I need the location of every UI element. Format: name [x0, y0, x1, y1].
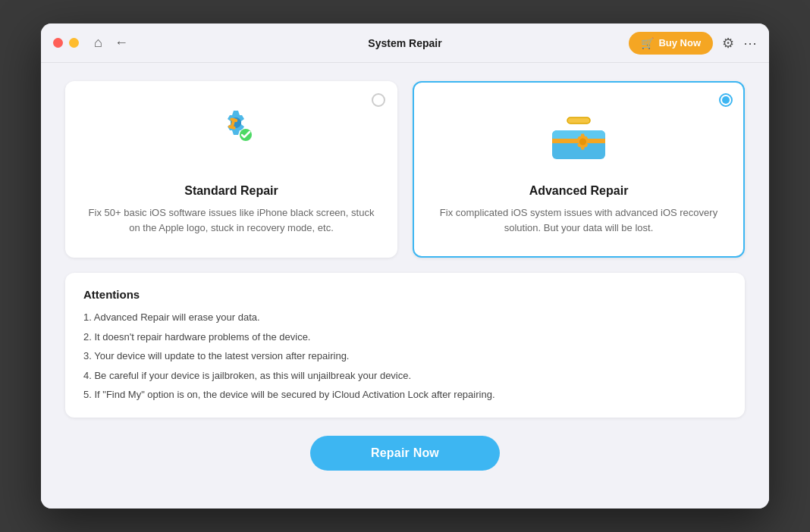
- repair-button-row: Repair Now: [65, 433, 745, 474]
- attention-item-5: 5. If "Find My" option is on, the device…: [83, 387, 727, 402]
- cart-icon: 🛒: [641, 37, 654, 49]
- advanced-repair-card[interactable]: Advanced Repair Fix complicated iOS syst…: [413, 81, 745, 258]
- standard-repair-title: Standard Repair: [184, 184, 278, 198]
- attentions-list: 1. Advanced Repair will erase your data.…: [83, 310, 727, 402]
- repair-cards-row: Standard Repair Fix 50+ basic iOS softwa…: [65, 81, 745, 258]
- standard-repair-card[interactable]: Standard Repair Fix 50+ basic iOS softwa…: [65, 81, 397, 258]
- minimize-button[interactable]: [69, 38, 79, 48]
- svg-rect-6: [567, 117, 590, 124]
- attention-item-2: 2. It doesn't repair hardware problems o…: [83, 330, 727, 345]
- main-content: Standard Repair Fix 50+ basic iOS softwa…: [41, 63, 769, 509]
- close-button[interactable]: [53, 38, 63, 48]
- repair-now-button[interactable]: Repair Now: [310, 436, 500, 471]
- back-icon[interactable]: ←: [115, 35, 128, 51]
- titlebar-right: 🛒 Buy Now ⚙ ⋯: [629, 32, 757, 55]
- standard-radio[interactable]: [372, 93, 385, 107]
- attention-item-4: 4. Be careful if your device is jailbrok…: [83, 368, 727, 383]
- advanced-radio[interactable]: [719, 93, 733, 107]
- home-icon[interactable]: ⌂: [94, 35, 102, 51]
- attentions-section: Attentions 1. Advanced Repair will erase…: [65, 273, 745, 418]
- advanced-repair-desc: Fix complicated iOS system issues with a…: [432, 205, 725, 235]
- more-icon[interactable]: ⋯: [743, 35, 757, 52]
- nav-icons: ⌂ ←: [94, 35, 128, 51]
- advanced-repair-title: Advanced Repair: [529, 184, 629, 198]
- standard-repair-icon: [197, 104, 265, 172]
- traffic-lights: [53, 38, 79, 48]
- attention-item-3: 3. Your device will update to the latest…: [83, 349, 727, 364]
- settings-icon[interactable]: ⚙: [722, 35, 734, 52]
- attention-item-1: 1. Advanced Repair will erase your data.: [83, 310, 727, 325]
- titlebar: ⌂ ← System Repair 🛒 Buy Now ⚙ ⋯: [41, 23, 769, 63]
- advanced-repair-icon: [545, 104, 613, 172]
- attentions-title: Attentions: [83, 288, 727, 301]
- buy-now-button[interactable]: 🛒 Buy Now: [629, 32, 713, 55]
- buy-now-label: Buy Now: [658, 37, 701, 49]
- svg-point-10: [579, 139, 586, 146]
- window-title: System Repair: [368, 37, 441, 49]
- app-window: ⌂ ← System Repair 🛒 Buy Now ⚙ ⋯: [41, 23, 769, 509]
- standard-repair-desc: Fix 50+ basic iOS software issues like i…: [85, 205, 378, 235]
